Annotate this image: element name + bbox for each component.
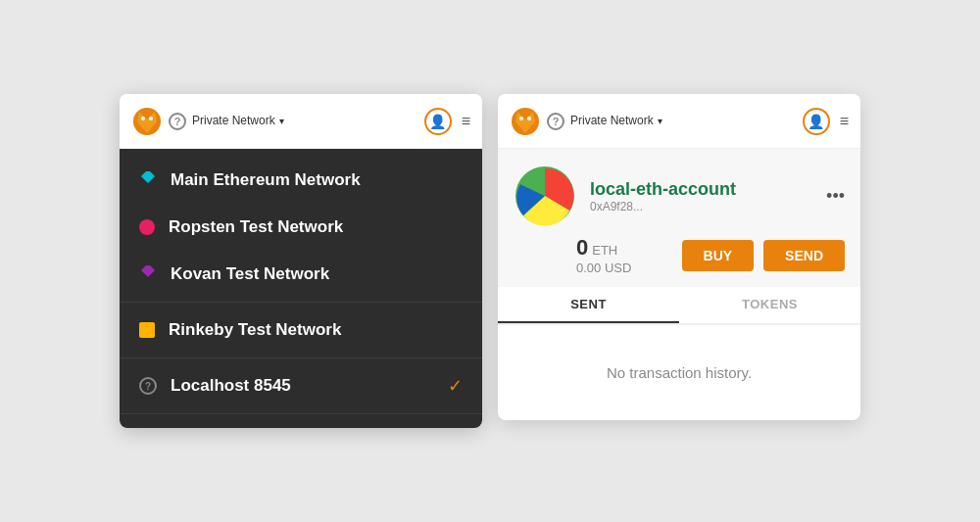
help-icon-right[interactable]: ? <box>547 113 564 130</box>
right-buy-button[interactable]: BUY <box>682 240 755 271</box>
left-header: ? Private Network ▾ 👤 ≡ <box>120 94 482 149</box>
dropdown-divider-1 <box>120 302 482 303</box>
ropsten-dot-icon <box>139 219 155 235</box>
user-icon-right[interactable]: 👤 <box>803 108 830 135</box>
hamburger-icon-right[interactable]: ≡ <box>840 113 849 130</box>
help-icon-left[interactable]: ? <box>169 113 186 130</box>
svg-point-2 <box>141 117 145 120</box>
network-item-ropsten[interactable]: Ropsten Test Network <box>120 204 482 251</box>
network-name-right: Private Network <box>570 114 654 127</box>
right-balance-info: 0 ETH 0.00 USD <box>576 235 631 275</box>
dropdown-divider-3 <box>120 413 482 414</box>
network-item-custom-rpc[interactable]: ? Custom RPC <box>120 418 482 428</box>
right-usd-amount: 0.00 USD <box>576 261 631 275</box>
right-account-avatar <box>514 165 576 227</box>
right-account-section: local-eth-account 0xA9f28... ••• <box>498 149 860 231</box>
right-account-text: local-eth-account 0xA9f28... <box>590 179 826 214</box>
network-label-main-ethereum: Main Ethereum Network <box>171 170 361 190</box>
chevron-down-icon-right: ▾ <box>658 116 662 126</box>
network-selector-right[interactable]: Private Network ▾ <box>570 114 662 127</box>
main-ethereum-icon <box>139 171 157 189</box>
right-three-dots[interactable]: ••• <box>826 186 845 207</box>
fox-logo-right <box>510 106 541 137</box>
left-metamask-window: ? Private Network ▾ 👤 ≡ <box>120 94 482 428</box>
right-tab-tokens[interactable]: TOKENS <box>679 287 860 323</box>
svg-rect-5 <box>141 171 155 183</box>
network-item-kovan[interactable]: Kovan Test Network <box>120 251 482 298</box>
selected-checkmark: ✓ <box>448 375 463 397</box>
right-tab-sent[interactable]: SENT <box>498 287 679 323</box>
right-account-address: 0xA9f28... <box>590 200 826 214</box>
right-header-left: ? Private Network ▾ <box>510 106 662 137</box>
svg-rect-6 <box>141 265 155 277</box>
right-account-name: local-eth-account <box>590 179 826 200</box>
localhost-question-icon: ? <box>139 377 157 395</box>
right-send-button[interactable]: SEND <box>763 240 845 271</box>
user-icon-left[interactable]: 👤 <box>424 108 452 135</box>
header-left-group: ? Private Network ▾ <box>131 106 284 137</box>
right-metamask-window: ? Private Network ▾ 👤 ≡ <box>498 94 860 420</box>
svg-point-10 <box>527 117 531 120</box>
network-label-rinkeby: Rinkeby Test Network <box>169 320 341 340</box>
right-action-buttons: BUY SEND <box>682 240 845 271</box>
svg-point-3 <box>149 117 153 120</box>
network-dropdown: Main Ethereum Network Ropsten Test Netwo… <box>120 149 482 428</box>
kovan-icon <box>139 265 157 283</box>
right-header: ? Private Network ▾ 👤 ≡ <box>498 94 860 149</box>
network-label-localhost: Localhost 8545 <box>171 376 291 396</box>
right-eth-label: ETH <box>592 243 617 258</box>
hamburger-icon-left[interactable]: ≡ <box>462 113 470 130</box>
right-eth-amount: 0 <box>576 235 588 261</box>
network-label-ropsten: Ropsten Test Network <box>169 217 343 237</box>
fox-logo <box>131 106 163 137</box>
right-tabs: SENT TOKENS <box>498 287 860 325</box>
network-item-rinkeby[interactable]: Rinkeby Test Network <box>120 307 482 354</box>
rinkeby-square-icon <box>139 322 155 338</box>
network-selector-left[interactable]: Private Network ▾ <box>192 114 284 127</box>
network-item-localhost[interactable]: ? Localhost 8545 ✓ <box>120 362 482 409</box>
right-header-right-group: 👤 ≡ <box>803 108 849 135</box>
chevron-down-icon-left: ▾ <box>279 116 284 126</box>
dropdown-divider-2 <box>120 357 482 358</box>
svg-point-9 <box>519 117 523 120</box>
network-label-kovan: Kovan Test Network <box>171 264 329 284</box>
header-right-group: 👤 ≡ <box>424 108 470 135</box>
network-item-main-ethereum[interactable]: Main Ethereum Network <box>120 157 482 204</box>
right-no-history: No transaction history. <box>498 325 860 420</box>
network-name-left: Private Network <box>192 114 275 127</box>
right-balance-actions: 0 ETH 0.00 USD BUY SEND <box>498 231 860 287</box>
